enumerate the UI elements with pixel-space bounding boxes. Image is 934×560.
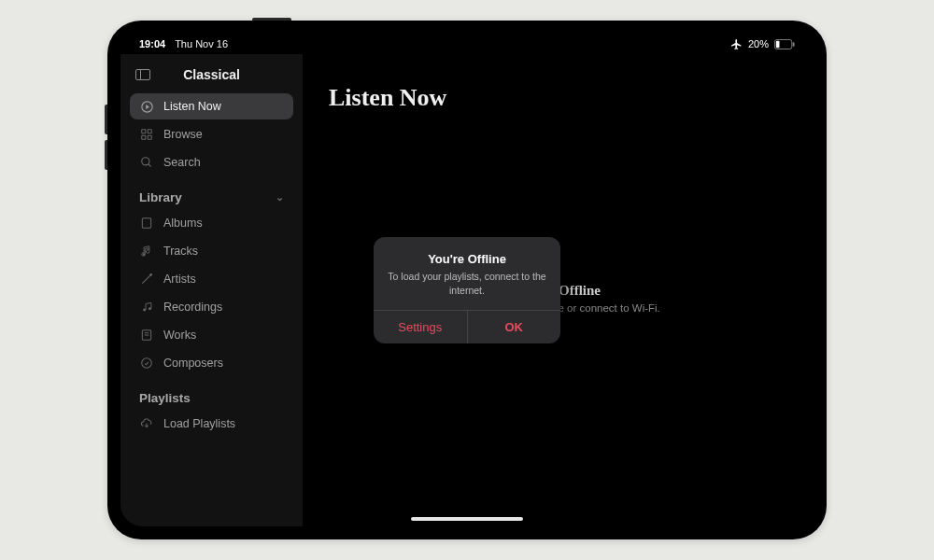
status-time: 19:04 (139, 38, 165, 49)
volume-up-button (105, 105, 107, 134)
svg-rect-1 (776, 40, 780, 47)
status-bar: 19:04 Thu Nov 16 20% (120, 34, 814, 54)
alert-settings-button[interactable]: Settings (374, 311, 467, 343)
alert-ok-button[interactable]: OK (467, 311, 561, 343)
screen: 19:04 Thu Nov 16 20% ••• Classical (120, 34, 814, 526)
volume-down-button (105, 140, 107, 170)
alert-title: You're Offline (387, 252, 547, 266)
battery-percent: 20% (748, 38, 769, 49)
alert-overlay: You're Offline To load your playlists, c… (120, 54, 814, 526)
offline-alert: You're Offline To load your playlists, c… (374, 237, 560, 343)
alert-message: To load your playlists, connect to the i… (387, 270, 547, 296)
airplane-mode-icon (730, 38, 743, 50)
home-indicator[interactable] (411, 517, 523, 521)
svg-rect-2 (793, 42, 795, 47)
status-date: Thu Nov 16 (175, 38, 228, 49)
ipad-frame: 19:04 Thu Nov 16 20% ••• Classical (107, 21, 827, 539)
power-button (252, 18, 291, 21)
battery-icon (774, 39, 795, 49)
